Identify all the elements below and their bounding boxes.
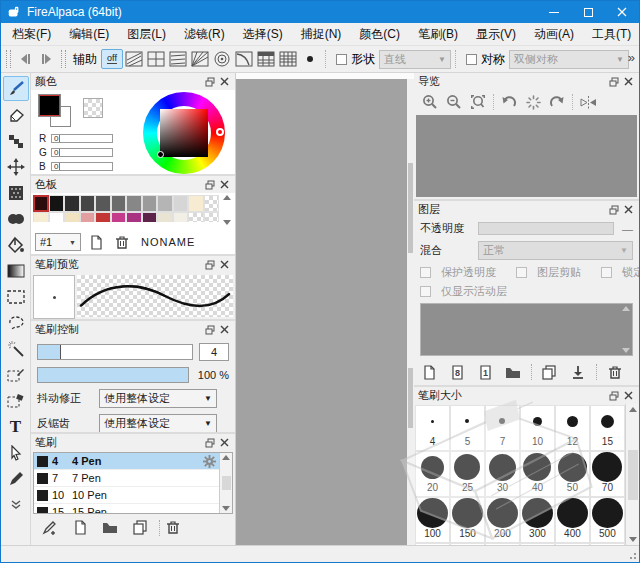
scroll-up-icon[interactable] [629, 407, 637, 412]
zoom-fit-button[interactable] [466, 92, 490, 112]
toolbar-overflow-button[interactable]: » [628, 50, 635, 65]
new-1bit-layer-button[interactable]: 1 [476, 363, 495, 381]
jitter-dropdown[interactable]: 使用整体设定▼ [99, 389, 217, 408]
close-panel-icon[interactable] [218, 75, 231, 88]
menu-item-color[interactable]: 颜色(C) [350, 23, 409, 46]
brush-preview-header[interactable]: 笔刷预览 [31, 256, 235, 273]
reset-rotation-button[interactable] [521, 92, 545, 112]
tool-select-lasso[interactable] [3, 310, 29, 335]
close-panel-icon[interactable] [218, 258, 231, 271]
assist-curve-button[interactable] [233, 49, 255, 69]
duplicate-layer-button[interactable] [540, 363, 559, 381]
navigator-header[interactable]: 导览 [414, 73, 639, 90]
shape-dropdown[interactable]: 直线▼ [379, 50, 451, 69]
brush-list-item[interactable]: 1010 Pen [34, 487, 219, 504]
symmetry-checkbox[interactable] [466, 54, 477, 65]
canvas[interactable] [236, 79, 407, 545]
nav-prev-button[interactable] [14, 49, 36, 69]
tool-blend[interactable] [3, 206, 29, 231]
palette-scrollbar[interactable] [220, 195, 233, 225]
assist-dot-button[interactable] [299, 49, 321, 69]
scroll-thumb[interactable] [628, 450, 638, 500]
brush-size-value[interactable]: 4 [199, 343, 229, 361]
merge-down-button[interactable] [568, 363, 587, 381]
assist-vanishing-button[interactable] [189, 49, 211, 69]
brush-list-header[interactable]: 笔刷 [31, 434, 235, 451]
brush-size-cell[interactable]: 12 [555, 405, 590, 451]
scroll-segment[interactable] [408, 368, 413, 428]
brush-size-cell[interactable]: 4 [415, 405, 450, 451]
palette-swatch[interactable] [80, 212, 96, 222]
layer-folder-button[interactable] [504, 363, 523, 381]
scroll-thumb[interactable] [222, 476, 231, 490]
duplicate-brush-button[interactable] [129, 519, 151, 537]
toolbar-drag-handle[interactable] [6, 50, 11, 68]
palette-delete-button[interactable] [111, 233, 133, 251]
close-panel-icon[interactable] [622, 389, 635, 402]
brush-control-header[interactable]: 笔刷控制 [31, 321, 235, 338]
palette-swatch[interactable] [157, 212, 173, 222]
hue-marker[interactable] [216, 128, 224, 136]
palette-swatch[interactable] [204, 212, 220, 222]
palette-swatch[interactable] [188, 212, 204, 222]
tool-text[interactable]: T [3, 414, 29, 439]
palette-swatch[interactable] [173, 195, 189, 212]
symmetry-dropdown[interactable]: 双侧对称▼ [509, 50, 629, 69]
assist-horizontal-button[interactable] [167, 49, 189, 69]
tool-eraser[interactable] [3, 102, 29, 127]
fg-bg-swatches[interactable] [39, 95, 73, 129]
flip-horizontal-button[interactable] [576, 92, 600, 112]
menu-item-animation[interactable]: 动画(A) [525, 23, 583, 46]
new-layer-button[interactable] [420, 363, 439, 381]
float-panel-icon[interactable] [203, 75, 216, 88]
menu-item-select[interactable]: 选择(S) [234, 23, 292, 46]
menu-item-file[interactable]: 档案(F) [3, 23, 60, 46]
layer-list[interactable] [420, 303, 633, 356]
tool-more[interactable] [3, 492, 29, 517]
palette-swatch[interactable] [126, 195, 142, 212]
brush-size-cell[interactable]: 15 [590, 405, 625, 451]
float-panel-icon[interactable] [203, 178, 216, 191]
brush-list-scrollbar[interactable] [219, 453, 232, 513]
float-panel-icon[interactable] [203, 323, 216, 336]
palette-swatch[interactable] [33, 212, 49, 222]
float-panel-icon[interactable] [607, 203, 620, 216]
saturation-value-box[interactable] [160, 109, 208, 157]
brush-size-cell[interactable]: 10 [520, 405, 555, 451]
layer-list-scrollbar[interactable] [622, 306, 630, 353]
assist-concentric-button[interactable] [211, 49, 233, 69]
brush-size-cell[interactable]: 100 [415, 497, 450, 543]
menu-item-brush[interactable]: 笔刷(B) [409, 23, 467, 46]
scroll-down-icon[interactable] [223, 220, 231, 225]
tool-select-rect[interactable] [3, 284, 29, 309]
brush-size-cell[interactable]: 25 [450, 451, 485, 497]
palette-set-dropdown[interactable]: #1▼ [35, 233, 81, 251]
layer-opacity-slider[interactable] [478, 222, 614, 235]
maximize-button[interactable] [571, 1, 605, 23]
lock-checkbox[interactable] [601, 267, 612, 278]
protect-alpha-checkbox[interactable] [420, 267, 431, 278]
brush-list-item[interactable]: 44 Pen [34, 453, 219, 470]
clipping-checkbox[interactable] [516, 267, 527, 278]
brush-folder-button[interactable] [99, 519, 121, 537]
close-panel-icon[interactable] [622, 75, 635, 88]
menu-item-layer[interactable]: 图层(L) [118, 23, 175, 46]
brush-size-cell[interactable]: 70 [590, 451, 625, 497]
menu-item-filter[interactable]: 滤镜(R) [175, 23, 234, 46]
b-slider[interactable]: 0 [51, 162, 113, 171]
brush-size-scrollbar[interactable] [625, 404, 639, 545]
color-panel-header[interactable]: 颜色 [31, 73, 235, 90]
tool-gradient[interactable] [3, 258, 29, 283]
palette-swatch[interactable] [49, 212, 65, 222]
tool-operation[interactable] [3, 440, 29, 465]
brush-size-header[interactable]: 笔刷大小 [414, 387, 639, 404]
float-panel-icon[interactable] [607, 389, 620, 402]
brush-list-item[interactable]: 1515 Pen [34, 504, 219, 514]
close-panel-icon[interactable] [622, 203, 635, 216]
foreground-color-swatch[interactable] [39, 95, 60, 116]
transparent-color-swatch[interactable] [83, 98, 103, 118]
scroll-segment[interactable] [408, 163, 413, 253]
close-panel-icon[interactable] [218, 323, 231, 336]
layers-header[interactable]: 图层 [414, 201, 639, 218]
brush-size-cell[interactable]: 200 [485, 497, 520, 543]
